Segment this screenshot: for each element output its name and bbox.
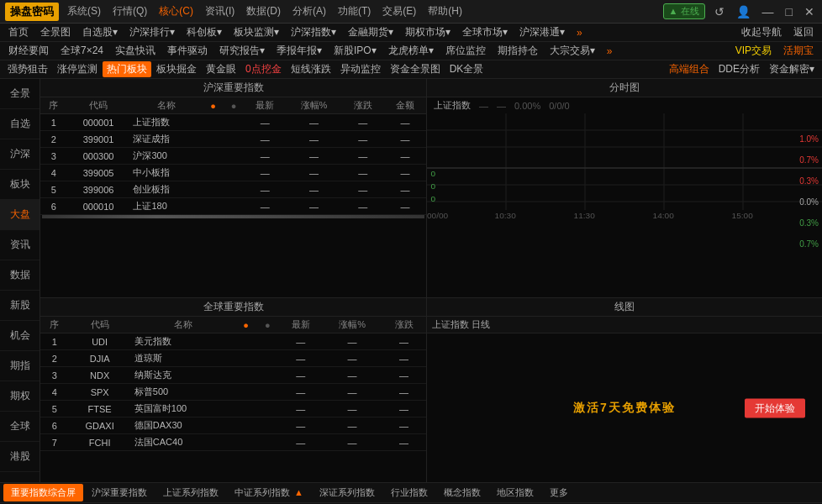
nav-dk[interactable]: DK全景 bbox=[445, 61, 488, 77]
refresh-button[interactable]: ↺ bbox=[712, 5, 727, 18]
table-row[interactable]: 4 399005 中小板指 — — — — bbox=[40, 165, 426, 181]
sidebar-item-market[interactable]: 大盘 bbox=[0, 200, 40, 230]
sidebar-item-newstock[interactable]: 新股 bbox=[0, 291, 40, 321]
close-button[interactable]: ✕ bbox=[802, 5, 817, 18]
tab-region[interactable]: 地区指数 bbox=[489, 484, 541, 501]
menu-info[interactable]: 资讯(I) bbox=[205, 4, 234, 18]
table-row[interactable]: 6 GDAXI 德国DAX30 — — — bbox=[40, 417, 426, 434]
sidebar-item-overview[interactable]: 全景 bbox=[0, 79, 40, 109]
nav-collapse[interactable]: 收起导航 bbox=[736, 24, 787, 40]
table-row[interactable]: 6 000010 上证180 — — — — bbox=[40, 198, 426, 215]
nav-ranking[interactable]: 沪深排行▾ bbox=[124, 24, 180, 40]
nav-fund-secret[interactable]: 资金解密▾ bbox=[765, 61, 819, 77]
td-pct: — bbox=[323, 333, 382, 350]
nav-research[interactable]: 研究报告▾ bbox=[214, 43, 270, 59]
nav-return[interactable]: 返回 bbox=[788, 24, 819, 40]
tab-csi-series[interactable]: 中证系列指数 ▲ bbox=[227, 484, 311, 501]
nav-event[interactable]: 事件驱动 bbox=[162, 43, 213, 59]
nav-home[interactable]: 首页 bbox=[3, 24, 34, 40]
nav-futures[interactable]: 金融期货▾ bbox=[343, 24, 398, 40]
nav-dragon[interactable]: 龙虎榜单▾ bbox=[383, 43, 439, 59]
td-chg: — bbox=[382, 333, 426, 350]
td-chg: — bbox=[382, 434, 426, 451]
table-row[interactable]: 1 000001 上证指数 — — — — bbox=[40, 114, 426, 131]
sidebar-item-info[interactable]: 资讯 bbox=[0, 230, 40, 260]
nav-vip-trade[interactable]: VIP交易 bbox=[730, 43, 777, 59]
table-row[interactable]: 2 399001 深证成指 — — — — bbox=[40, 131, 426, 148]
nav-hot-sector[interactable]: 热门板块 bbox=[103, 61, 151, 77]
tab-concept[interactable]: 概念指数 bbox=[436, 484, 488, 501]
nav-report[interactable]: 季报年报▾ bbox=[271, 43, 327, 59]
td-pct: — bbox=[286, 198, 341, 215]
nav-golden-eye[interactable]: 黄金眼 bbox=[202, 61, 240, 77]
scrollbar-hint[interactable] bbox=[42, 215, 424, 218]
sidebar-item-options[interactable]: 期权 bbox=[0, 381, 40, 412]
nav-short-rise[interactable]: 短线涨跌 bbox=[287, 61, 335, 77]
nav-ipo[interactable]: 新股IPO▾ bbox=[329, 43, 382, 59]
td-name: 沪深300 bbox=[129, 148, 203, 165]
td-pct: — bbox=[323, 350, 382, 367]
nav-sector-gold[interactable]: 板块掘金 bbox=[152, 61, 201, 77]
sidebar-item-sector[interactable]: 板块 bbox=[0, 170, 40, 200]
user-button[interactable]: 👤 bbox=[734, 5, 753, 18]
menu-help[interactable]: 帮助(H) bbox=[428, 4, 462, 18]
restore-button[interactable]: □ bbox=[783, 5, 795, 18]
nav-overview[interactable]: 全景图 bbox=[35, 24, 76, 40]
nav-fund-overview[interactable]: 资金全景图 bbox=[386, 61, 445, 77]
nav-global-247[interactable]: 全球7×24 bbox=[55, 43, 108, 59]
nav-sector[interactable]: 板块监测▾ bbox=[229, 24, 284, 40]
nav-tech[interactable]: 科创板▾ bbox=[182, 24, 227, 40]
table-row[interactable]: 7 FCHI 法国CAC40 — — — bbox=[40, 434, 426, 451]
tab-shsz-index[interactable]: 沪深重要指数 bbox=[84, 484, 155, 501]
td-d1 bbox=[203, 181, 223, 198]
sidebar-item-hk[interactable]: 港股 bbox=[0, 442, 40, 472]
table-row[interactable]: 2 DJIA 道琼斯 — — — bbox=[40, 350, 426, 367]
nav-watchlist[interactable]: 自选股▾ bbox=[77, 24, 123, 40]
menu-function[interactable]: 功能(T) bbox=[338, 4, 371, 18]
nav-more-2[interactable]: » bbox=[602, 45, 618, 58]
sidebar-item-global[interactable]: 全球 bbox=[0, 412, 40, 442]
sidebar-item-opportunity[interactable]: 机会 bbox=[0, 321, 40, 351]
nav-qibaobao[interactable]: 活期宝 bbox=[778, 43, 819, 59]
tab-more[interactable]: 更多 bbox=[542, 484, 576, 501]
table-row[interactable]: 3 NDX 纳斯达克 — — — bbox=[40, 367, 426, 384]
tab-sz-series[interactable]: 深证系列指数 bbox=[312, 484, 382, 501]
nav-options[interactable]: 期权市场▾ bbox=[400, 24, 456, 40]
nav-dde[interactable]: DDE分析 bbox=[714, 61, 764, 77]
sidebar-item-shsz[interactable]: 沪深 bbox=[0, 139, 40, 170]
sidebar-item-watchlist[interactable]: 自选 bbox=[0, 109, 40, 139]
nav-bulk[interactable]: 大宗交易▾ bbox=[545, 43, 600, 59]
table-row[interactable]: 5 FTSE 英国富时100 — — — bbox=[40, 401, 426, 417]
table-row[interactable]: 4 SPX 标普500 — — — bbox=[40, 384, 426, 401]
nav-high-combo[interactable]: 高端组合 bbox=[665, 61, 714, 77]
minimize-button[interactable]: — bbox=[760, 5, 777, 18]
nav-finance-news[interactable]: 财经要闻 bbox=[3, 43, 54, 59]
table-row[interactable]: 3 000300 沪深300 — — — — bbox=[40, 148, 426, 165]
nav-global[interactable]: 全球市场▾ bbox=[457, 24, 513, 40]
app-logo[interactable]: 操盘密码 bbox=[5, 3, 59, 21]
nav-0point[interactable]: 0点挖金 bbox=[241, 61, 286, 77]
sidebar-item-data[interactable]: 数据 bbox=[0, 260, 40, 291]
table-row[interactable]: 1 UDI 美元指数 — — — bbox=[40, 333, 426, 350]
menu-quote[interactable]: 行情(Q) bbox=[113, 4, 147, 18]
start-experience-button[interactable]: 开始体验 bbox=[745, 398, 805, 417]
tab-important-index[interactable]: 重要指数综合屏 bbox=[3, 484, 83, 501]
menu-system[interactable]: 系统(S) bbox=[67, 4, 101, 18]
menu-analysis[interactable]: 分析(A) bbox=[292, 4, 326, 18]
nav-limit-monitor[interactable]: 涨停监测 bbox=[53, 61, 102, 77]
nav-index[interactable]: 沪深指数▾ bbox=[286, 24, 341, 40]
nav-position[interactable]: 期指持仓 bbox=[493, 43, 543, 59]
nav-seat[interactable]: 席位监控 bbox=[440, 43, 491, 59]
tab-sh-series[interactable]: 上证系列指数 bbox=[155, 484, 226, 501]
nav-more-1[interactable]: » bbox=[572, 26, 588, 39]
tab-industry[interactable]: 行业指数 bbox=[383, 484, 435, 501]
nav-anomaly[interactable]: 异动监控 bbox=[336, 61, 385, 77]
menu-trade[interactable]: 交易(E) bbox=[382, 4, 416, 18]
nav-live-trade[interactable]: 实盘快讯 bbox=[110, 43, 161, 59]
nav-strong-snipe[interactable]: 强势狙击 bbox=[3, 61, 52, 77]
menu-core[interactable]: 核心(C) bbox=[159, 4, 193, 18]
menu-data[interactable]: 数据(D) bbox=[246, 4, 281, 18]
table-row[interactable]: 5 399006 创业板指 — — — — bbox=[40, 181, 426, 198]
sidebar-item-futures[interactable]: 期指 bbox=[0, 351, 40, 381]
nav-hktong[interactable]: 沪深港通▾ bbox=[514, 24, 570, 40]
